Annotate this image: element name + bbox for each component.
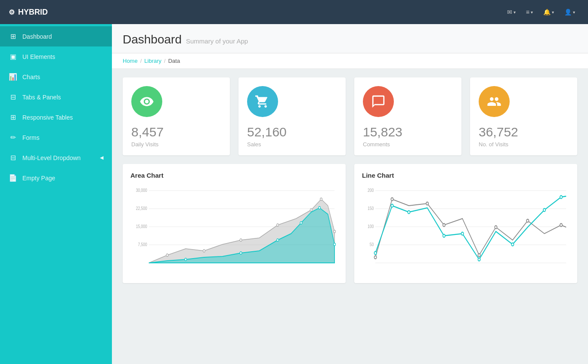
gear-icon: ⚙ <box>9 8 15 16</box>
sidebar-menu: ⊞ Dashboard ▣ UI Elements 📊 Charts ⊟ <box>0 24 112 188</box>
breadcrumb-sep-2: / <box>164 58 166 64</box>
page-subtitle: Summary of your App <box>186 37 248 45</box>
sidebar-label-ui-elements: UI Elements <box>22 53 55 60</box>
sidebar-label-tables: Responsive Tables <box>22 114 73 121</box>
user-icon: 👤 <box>564 9 572 15</box>
dashboard-icon: ⊞ <box>9 32 17 40</box>
multi-level-icon: ⊟ <box>9 154 17 162</box>
stat-label-sales: Sales <box>247 141 337 148</box>
line-y-label-150: 150 <box>368 206 374 211</box>
line-series-cyan <box>375 196 566 259</box>
content-area: Dashboard Summary of your App Home / Lib… <box>112 24 588 364</box>
user-button[interactable]: 👤 ▾ <box>560 5 579 19</box>
dot-line-cyan-9 <box>560 196 562 199</box>
sidebar-item-empty-page[interactable]: 📄 Empty Page <box>0 168 112 188</box>
dot-line-gray-6 <box>495 226 497 229</box>
dot-line-gray-7 <box>526 219 529 222</box>
group-icon <box>487 94 501 109</box>
stat-icon-no-of-visits <box>479 86 510 117</box>
dot-line-cyan-7 <box>511 243 514 246</box>
mail-caret: ▾ <box>514 10 516 15</box>
cart-icon <box>255 94 270 109</box>
dot-gray-6 <box>320 198 322 201</box>
stat-label-daily-visits: Daily Visits <box>131 141 221 148</box>
breadcrumb-home[interactable]: Home <box>123 58 138 64</box>
bell-button[interactable]: 🔔 ▾ <box>539 5 558 19</box>
sidebar-label-multi-level: Multi-Level Dropdown <box>22 154 80 161</box>
sidebar-item-charts[interactable]: 📊 Charts <box>0 67 112 87</box>
area-y-label-22500: 22,500 <box>136 206 148 211</box>
sidebar-item-multi-level[interactable]: ⊟ Multi-Level Dropdown ◀ <box>0 148 112 168</box>
line-chart-card: Line Chart 200 150 100 50 <box>354 164 577 283</box>
dot-line-gray-3 <box>426 202 428 205</box>
area-y-label-15000: 15,000 <box>136 224 148 229</box>
stat-label-comments: Comments <box>363 141 453 148</box>
dot-cyan-4 <box>300 222 302 224</box>
empty-page-icon: 📄 <box>9 174 17 182</box>
chat-icon <box>371 94 386 109</box>
line-y-label-50: 50 <box>370 242 374 247</box>
brand: ⚙ HYBRID <box>9 8 48 17</box>
sidebar-label-tabs: Tabs & Panels <box>22 94 61 101</box>
page-title: Dashboard <box>123 33 182 46</box>
menu-icon: ≡ <box>526 9 529 15</box>
line-y-label-200: 200 <box>368 188 374 193</box>
menu-caret: ▾ <box>531 10 533 15</box>
dot-line-gray-8 <box>560 224 562 227</box>
charts-icon: 📊 <box>9 73 17 81</box>
breadcrumb-sep-1: / <box>140 58 142 64</box>
dot-line-cyan-4 <box>443 234 445 238</box>
dot-gray-5 <box>310 209 312 211</box>
bell-caret: ▾ <box>552 10 554 15</box>
menu-button[interactable]: ≡ ▾ <box>522 5 537 19</box>
stat-card-comments: 15,823 Comments <box>354 77 461 155</box>
sidebar-item-tabs-panels[interactable]: ⊟ Tabs & Panels <box>0 87 112 107</box>
breadcrumb: Home / Library / Data <box>123 58 577 64</box>
dot-cyan-6 <box>334 243 336 246</box>
dot-line-cyan-2 <box>391 204 393 207</box>
main-layout: ▶ ⊞ Dashboard ▣ UI Elements 📊 Charts <box>0 24 588 364</box>
bell-icon: 🔔 <box>543 9 551 15</box>
stat-card-no-of-visits: 36,752 No. of Visits <box>470 77 577 155</box>
brand-name: HYBRID <box>18 8 48 17</box>
dot-gray-7 <box>334 230 336 233</box>
stat-icon-comments <box>363 86 394 117</box>
sidebar-item-forms[interactable]: ✏ Forms <box>0 127 112 148</box>
sidebar-item-ui-elements[interactable]: ▣ UI Elements <box>0 46 112 67</box>
dot-gray-1 <box>166 254 168 256</box>
area-chart-container: 30,000 22,500 15,000 7,500 <box>130 184 338 279</box>
mail-button[interactable]: ✉ ▾ <box>503 5 520 19</box>
area-y-label-30000: 30,000 <box>136 188 148 193</box>
multi-level-arrow: ◀ <box>100 155 103 160</box>
stat-value-no-of-visits: 36,752 <box>479 125 569 139</box>
line-series-gray <box>375 199 566 257</box>
sidebar-label-dashboard: Dashboard <box>22 33 52 40</box>
dot-gray-4 <box>277 224 279 226</box>
sidebar-item-dashboard[interactable]: ⊞ Dashboard <box>0 26 112 46</box>
ui-elements-icon: ▣ <box>9 52 17 61</box>
dot-cyan-1 <box>185 258 187 261</box>
dot-line-cyan-1 <box>374 252 376 255</box>
dot-line-cyan-6 <box>478 258 480 261</box>
breadcrumb-bar: Home / Library / Data <box>112 53 588 69</box>
forms-icon: ✏ <box>9 133 17 142</box>
dot-line-gray-5 <box>478 254 480 257</box>
sidebar-label-empty-page: Empty Page <box>22 175 55 182</box>
dot-line-gray-1 <box>374 256 376 259</box>
dot-line-gray-4 <box>443 224 445 227</box>
sidebar-label-charts: Charts <box>22 74 40 80</box>
sidebar-item-responsive-tables[interactable]: ⊞ Responsive Tables <box>0 107 112 127</box>
dot-line-cyan-5 <box>461 232 464 235</box>
line-chart-container: 200 150 100 50 <box>362 184 569 279</box>
sidebar: ▶ ⊞ Dashboard ▣ UI Elements 📊 Charts <box>0 24 112 364</box>
dot-gray-3 <box>240 239 242 241</box>
breadcrumb-library[interactable]: Library <box>144 58 161 64</box>
mail-icon: ✉ <box>507 9 512 15</box>
stat-icon-daily-visits <box>131 86 162 117</box>
dot-line-cyan-3 <box>408 211 410 214</box>
tables-icon: ⊞ <box>9 113 17 121</box>
tabs-icon: ⊟ <box>9 93 17 101</box>
dot-cyan-5 <box>319 207 321 209</box>
stat-value-daily-visits: 8,457 <box>131 125 221 139</box>
line-chart-title: Line Chart <box>362 172 569 179</box>
